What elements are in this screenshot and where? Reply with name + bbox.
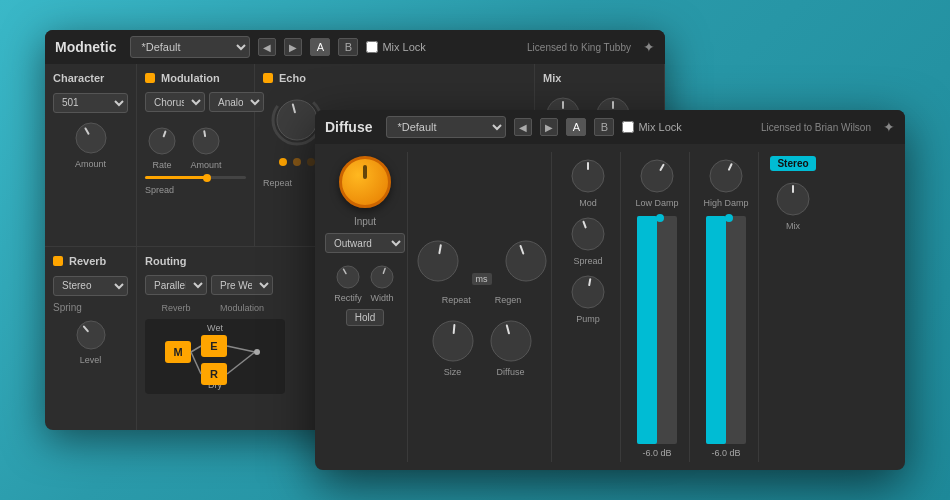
routing-type[interactable]: Parallel	[145, 275, 207, 295]
diffuse-mod-label: Mod	[579, 198, 597, 208]
svg-point-24	[371, 266, 393, 288]
diffuse-mod-knob[interactable]	[568, 156, 608, 196]
reverb-level-knob[interactable]	[73, 317, 109, 353]
svg-line-5	[204, 131, 205, 136]
diffuse-lowdamp-label: Low Damp	[635, 198, 678, 208]
routing-mod-label: Modulation	[220, 303, 264, 313]
diffuse-direction[interactable]: Outward	[325, 233, 405, 253]
mod-rate-knob[interactable]	[145, 124, 179, 158]
diffuse-a-btn[interactable]: A	[566, 118, 586, 136]
modnetic-title: Modnetic	[55, 39, 116, 55]
diffuse-diffuse-knob[interactable]	[487, 317, 535, 365]
routing-diagram: Wet Dry M E R	[145, 319, 285, 394]
diffuse-mix-knob[interactable]	[773, 179, 813, 219]
highdamp-fill	[706, 216, 726, 444]
diffuse-spread-wrap: Spread	[568, 214, 608, 266]
diffuse-repeat-label: Repeat	[442, 295, 471, 305]
diffuse-highdamp-wrap: High Damp	[703, 156, 748, 208]
modnetic-licensed: Licensed to King Tubby	[527, 42, 631, 53]
mod-amount-wrap: Amount	[189, 124, 223, 170]
diffuse-size-knob[interactable]	[429, 317, 477, 365]
mod-amount-knob[interactable]	[189, 124, 223, 158]
reverb-level-label: Level	[80, 355, 102, 365]
character-preset[interactable]: 501	[53, 93, 128, 113]
svg-line-27	[439, 245, 440, 253]
modnetic-a-btn[interactable]: A	[310, 38, 330, 56]
diffuse-small-knobs: Rectify Width	[334, 263, 396, 303]
diffuse-input-knob[interactable]	[339, 156, 391, 208]
mod-spread-thumb[interactable]	[203, 174, 211, 182]
diffuse-mix-label: Mix	[786, 221, 800, 231]
mod-spread-label: Spread	[145, 185, 174, 195]
diffuse-stereo-badge[interactable]: Stereo	[770, 156, 815, 171]
diffuse-regen-knob[interactable]	[502, 237, 550, 285]
mod-rate-label: Rate	[152, 160, 171, 170]
diffuse-highdamp-knob[interactable]	[706, 156, 746, 196]
lowdamp-value: -6.0 dB	[642, 448, 671, 458]
diffuse-mod-panel: Mod Spread Pump	[556, 152, 621, 462]
diffuse-pump-knob[interactable]	[568, 272, 608, 312]
svg-line-19	[227, 346, 255, 352]
diffuse-spread-label: Spread	[573, 256, 602, 266]
diffuse-hold-btn[interactable]: Hold	[346, 309, 385, 326]
diffuse-next-btn[interactable]: ▶	[540, 118, 558, 136]
diffuse-titlebar: Diffuse *Default ◀ ▶ A B Mix Lock Licens…	[315, 110, 905, 144]
modnetic-prev-btn[interactable]: ◀	[258, 38, 276, 56]
diffuse-lowdamp-knob[interactable]	[637, 156, 677, 196]
highdamp-thumb[interactable]	[725, 214, 733, 222]
reverb-type[interactable]: Stereo	[53, 276, 128, 296]
modulation-section: Modulation Chorus Analog	[137, 64, 255, 246]
svg-line-31	[453, 325, 454, 333]
echo-dots	[279, 158, 315, 166]
modnetic-mixlock-check[interactable]	[366, 41, 378, 53]
svg-line-39	[589, 279, 590, 285]
diffuse-width-knob[interactable]	[368, 263, 396, 291]
character-section: Character 501 Amount	[45, 64, 137, 246]
modnetic-logo: ✦	[643, 39, 655, 55]
plugin-container: Modnetic *Default ◀ ▶ A B Mix Lock Licen…	[45, 30, 905, 470]
echo-dot-3	[307, 158, 315, 166]
diffuse-lowdamp-wrap: Low Damp	[635, 156, 678, 208]
echo-dot-2	[293, 158, 301, 166]
mod-amount-label: Amount	[190, 160, 221, 170]
modnetic-mixlock-label: Mix Lock	[382, 41, 425, 53]
svg-line-20	[227, 352, 255, 374]
diffuse-regen-wrap	[502, 237, 550, 285]
diffuse-mixlock-check[interactable]	[622, 121, 634, 133]
modnetic-preset[interactable]: *Default	[130, 36, 250, 58]
diffuse-rectify-label: Rectify	[334, 293, 362, 303]
lowdamp-fill	[637, 216, 657, 444]
svg-point-15	[77, 321, 105, 349]
modnetic-next-btn[interactable]: ▶	[284, 38, 302, 56]
modulation-indicator[interactable]	[145, 73, 155, 83]
routing-mode[interactable]: Pre Wet	[211, 275, 273, 295]
modnetic-b-btn[interactable]: B	[338, 38, 358, 56]
diffuse-preset[interactable]: *Default	[386, 116, 506, 138]
reverb-indicator[interactable]	[53, 256, 63, 266]
diffuse-b-btn[interactable]: B	[594, 118, 614, 136]
reverb-header: Reverb	[53, 255, 128, 267]
diffuse-repeat-wrap	[414, 237, 462, 285]
character-amount-label: Amount	[75, 159, 106, 169]
character-amount-knob[interactable]	[72, 119, 110, 157]
svg-point-36	[572, 218, 604, 250]
diffuse-width-label: Width	[370, 293, 393, 303]
modnetic-titlebar: Modnetic *Default ◀ ▶ A B Mix Lock Licen…	[45, 30, 665, 64]
modulation-type[interactable]: Chorus	[145, 92, 205, 112]
routing-title: Routing	[145, 255, 187, 267]
mod-spread-fill	[145, 176, 206, 179]
diffuse-repeat-knob[interactable]	[414, 237, 462, 285]
lowdamp-thumb[interactable]	[656, 214, 664, 222]
highdamp-value: -6.0 dB	[711, 448, 740, 458]
diffuse-mix-wrap: Mix	[773, 179, 813, 231]
diffuse-rectify-knob[interactable]	[334, 263, 362, 291]
diffuse-repeat-panel: ms Repeat Regen	[412, 152, 552, 462]
diffuse-diffuse-wrap: Diffuse	[487, 317, 535, 377]
mix-header: Mix	[543, 72, 656, 84]
echo-header: Echo	[263, 72, 526, 84]
echo-indicator[interactable]	[263, 73, 273, 83]
diffuse-size-label: Size	[444, 367, 462, 377]
diffuse-prev-btn[interactable]: ◀	[514, 118, 532, 136]
svg-point-40	[641, 160, 673, 192]
diffuse-spread-knob[interactable]	[568, 214, 608, 254]
